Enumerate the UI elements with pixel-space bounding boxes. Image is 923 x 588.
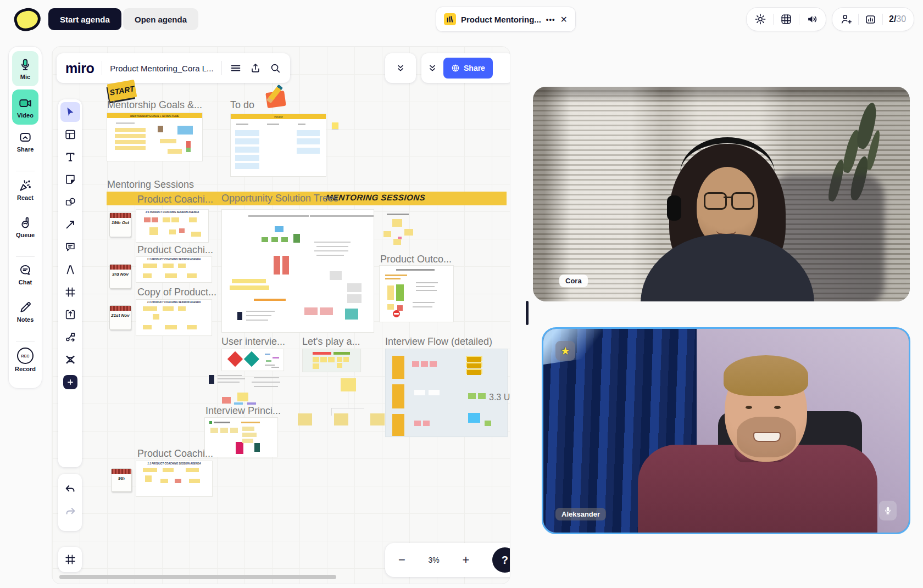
video-tile-aleksander[interactable]: ★ Aleksander	[542, 327, 910, 534]
video-button[interactable]: Video	[12, 89, 38, 125]
comment-icon	[64, 241, 76, 253]
frame-label-product-outcome[interactable]: Product Outco...	[380, 254, 452, 265]
frame-thumbnail	[136, 262, 212, 282]
select-tool[interactable]	[60, 102, 80, 122]
plus-icon	[66, 378, 74, 386]
share-screen-button[interactable]: Share	[9, 130, 42, 153]
double-chevron-down-icon[interactable]	[427, 63, 438, 74]
participant-count[interactable]: 2/30	[889, 14, 906, 24]
frame-label-lets-play[interactable]: Let's play a...	[302, 336, 360, 348]
frame-interview-principles[interactable]	[204, 417, 278, 457]
grid-view-icon[interactable]	[780, 13, 792, 25]
help-button[interactable]: ?	[492, 547, 510, 573]
butter-logo[interactable]	[12, 5, 43, 34]
share-button-label: Share	[464, 64, 485, 72]
frames-panel-button[interactable]	[58, 547, 82, 572]
collapse-toolbar-left[interactable]	[385, 53, 416, 83]
react-button[interactable]: React	[9, 178, 42, 201]
search-icon[interactable]	[269, 62, 281, 74]
apps-tool[interactable]	[60, 350, 80, 369]
frame-mini-header: 1:1 PRODUCT COACHING SESSION AGENDA	[136, 300, 212, 304]
shapes-tool[interactable]	[60, 192, 80, 212]
frame-thumbnail	[380, 266, 453, 322]
text-tool[interactable]	[60, 147, 80, 167]
invite-person-icon[interactable]	[840, 13, 852, 25]
add-more-tool[interactable]	[63, 375, 77, 389]
tab-more-button[interactable]: •••	[546, 15, 555, 24]
mic-button[interactable]: Mic	[12, 51, 38, 86]
frame-product-coaching-b[interactable]: 1:1 PRODUCT COACHING SESSION AGENDA	[136, 256, 212, 283]
export-icon[interactable]	[249, 62, 262, 74]
start-agenda-button[interactable]: Start agenda	[48, 8, 121, 30]
frame-product-coaching-c[interactable]: 1:1 PRODUCT COACHING SESSION AGENDA	[136, 461, 213, 497]
frame-thumbnail	[303, 349, 360, 372]
sticky-cluster-thumbnail	[205, 393, 277, 405]
mic-status-badge[interactable]	[879, 501, 897, 520]
comment-tool[interactable]	[60, 237, 80, 257]
frame-label-interview-flow[interactable]: Interview Flow (detailed)	[385, 336, 492, 348]
frame-copy-of-product[interactable]: 1:1 PRODUCT COACHING SESSION AGENDA	[136, 299, 212, 336]
chat-button[interactable]: Chat	[9, 263, 42, 285]
video-icon	[18, 96, 32, 110]
frame-product-outcome-notes[interactable]	[380, 212, 419, 251]
undo-button[interactable]	[60, 479, 80, 499]
stats-icon[interactable]	[865, 14, 876, 25]
zoom-in-button[interactable]: +	[462, 553, 469, 567]
pen-tool[interactable]	[60, 260, 80, 279]
tab-close-button[interactable]: ✕	[560, 14, 567, 25]
frame-product-coaching-a[interactable]: 1:1 PRODUCT COACHING SESSION AGENDA	[136, 209, 209, 243]
alek-hair	[724, 355, 808, 396]
shared-board-tab[interactable]: Product Mentoring... ••• ✕	[436, 7, 576, 32]
frame-mentorship-goals[interactable]: MENTORSHIP GOALS + STRUCTURE	[107, 113, 203, 161]
section-label-mentoring-sessions[interactable]: Mentoring Sessions	[107, 179, 194, 191]
calendar-sticker[interactable]: 3rd Nov	[109, 264, 131, 289]
record-button[interactable]: REC Record	[9, 348, 42, 372]
zoom-out-button[interactable]: −	[398, 553, 405, 567]
miro-toolbar: miro Product Mentoring_Cora L...	[57, 53, 290, 83]
video-tile-cora[interactable]: Cora	[533, 87, 910, 301]
connector-tool[interactable]	[60, 327, 80, 347]
horizontal-scrollbar[interactable]	[59, 575, 336, 579]
sticky-note-tool[interactable]	[60, 170, 80, 189]
frame-tool[interactable]	[60, 282, 80, 302]
calendar-sticker[interactable]: 19th Oct	[109, 212, 131, 237]
frame-label-product-coaching-a[interactable]: Product Coachi...	[137, 194, 213, 205]
share-button[interactable]: Share	[443, 58, 493, 79]
frame-label-user-interviews[interactable]: User intervie...	[221, 336, 285, 348]
star-badge[interactable]: ★	[555, 341, 575, 361]
zoom-level[interactable]: 3%	[429, 556, 440, 564]
frame-label-copy-of-product[interactable]: Copy of Product...	[137, 287, 216, 298]
frame-label-todo[interactable]: To do	[230, 99, 254, 111]
tab-title: Product Mentoring...	[461, 15, 541, 24]
frame-lets-play[interactable]	[302, 349, 361, 372]
open-agenda-button[interactable]: Open agenda	[123, 8, 198, 30]
calendar-sticker[interactable]: 9th	[111, 468, 132, 492]
arrow-tool[interactable]	[60, 215, 80, 234]
frame-label-product-coaching-c[interactable]: Product Coachi...	[137, 448, 213, 460]
frame-label-interview-principles[interactable]: Interview Princi...	[205, 405, 281, 417]
frame-label-opportunity-trees[interactable]: Opportunity Solution Trees	[221, 193, 338, 204]
loose-sticky-note[interactable]	[332, 122, 338, 129]
frame-label-product-coaching-b[interactable]: Product Coachi...	[137, 244, 213, 256]
calendar-sticker[interactable]: 21st Nov	[109, 305, 131, 330]
redo-button[interactable]	[60, 502, 80, 522]
frame-label-mentorship-goals[interactable]: Mentorship Goals &...	[107, 99, 202, 111]
frame-product-outcome[interactable]	[379, 265, 454, 322]
speaker-icon[interactable]	[806, 13, 818, 25]
divider	[221, 61, 222, 75]
board-menu-icon[interactable]	[230, 62, 242, 74]
settings-group	[746, 7, 826, 31]
notes-button[interactable]: Notes	[9, 300, 42, 323]
frame-todo[interactable]: TO DO	[230, 114, 326, 177]
upload-tool[interactable]	[60, 305, 80, 324]
board-title[interactable]: Product Mentoring_Cora L...	[110, 64, 213, 73]
frame-user-interviews[interactable]	[221, 349, 284, 371]
pencil-sticker[interactable]	[264, 86, 288, 108]
templates-tool[interactable]	[60, 125, 80, 144]
interview-notes-thumbnail	[205, 373, 282, 395]
queue-button[interactable]: Queue	[9, 216, 42, 238]
gear-icon[interactable]	[754, 13, 766, 25]
frame-opportunity-trees[interactable]	[221, 209, 374, 333]
miro-logo[interactable]: miro	[65, 60, 94, 76]
panel-resize-handle[interactable]	[526, 301, 529, 325]
